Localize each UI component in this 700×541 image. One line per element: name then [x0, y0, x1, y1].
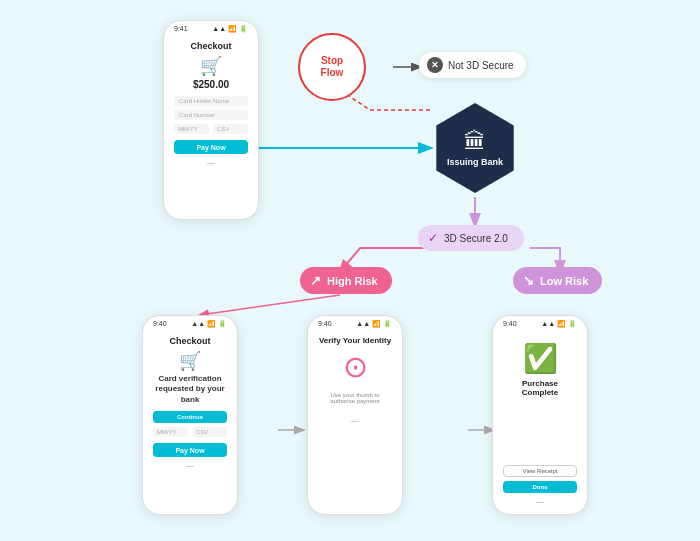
cart-icon-2: 🛒 — [153, 350, 227, 372]
bank-label: Issuing Bank — [447, 157, 503, 167]
fingerprint-icon: ⊙ — [318, 349, 392, 384]
stop-flow-badge: Stop Flow — [298, 33, 366, 101]
low-risk-label: Low Risk — [540, 275, 588, 287]
bottom-phone-1: 9:40 ▲▲ 📶 🔋 Checkout 🛒 Card verification… — [142, 315, 238, 515]
check-icon: ✓ — [428, 231, 438, 245]
phone3-status: 9:40 ▲▲ 📶 🔋 — [493, 316, 587, 330]
csv-field: CSV — [213, 124, 248, 134]
card-holder-field: Card Holder Name — [174, 96, 248, 106]
continue-button[interactable]: Continue — [153, 411, 227, 423]
bottom-phone-3: 9:40 ▲▲ 📶 🔋 ✅ Purchase Complete View Rec… — [492, 315, 588, 515]
phone1-csv: CSV — [192, 427, 227, 437]
phone-status: 9:41 ▲▲ 📶 🔋 — [164, 21, 258, 35]
done-button[interactable]: Done — [503, 481, 577, 493]
mmyy-field: MM/YY — [174, 124, 209, 134]
issuing-bank-hex: 🏛 Issuing Bank — [430, 103, 520, 193]
x-icon: ✕ — [427, 57, 443, 73]
check-circle-icon: ✅ — [503, 342, 577, 375]
hex-shape: 🏛 Issuing Bank — [430, 103, 520, 193]
pay-now-button[interactable]: Pay Now — [174, 140, 248, 154]
phone2-status: 9:40 ▲▲ 📶 🔋 — [308, 316, 402, 330]
card-number-field: Card Number — [174, 110, 248, 120]
phone1-mmyy: MM/YY — [153, 427, 188, 437]
bank-icon: 🏛 — [464, 129, 486, 155]
svg-line-3 — [200, 295, 340, 315]
top-phone-title: Checkout — [174, 41, 248, 51]
low-risk-badge: ↘ Low Risk — [513, 267, 602, 294]
bottom-phone1-title: Checkout — [153, 336, 227, 346]
not-3d-label: Not 3D Secure — [448, 60, 514, 71]
secure2-label: 3D Secure 2.0 — [444, 233, 508, 244]
phone1-status: 9:40 ▲▲ 📶 🔋 — [143, 316, 237, 330]
cart-icon: 🛒 — [174, 55, 248, 77]
not-3d-secure-badge: ✕ Not 3D Secure — [419, 52, 526, 78]
3d-secure-badge: ✓ 3D Secure 2.0 — [418, 225, 524, 251]
high-risk-arrow-icon: ↗ — [310, 273, 321, 288]
high-risk-badge: ↗ High Risk — [300, 267, 392, 294]
complete-title: Purchase Complete — [503, 379, 577, 397]
low-risk-arrow-icon: ↘ — [523, 273, 534, 288]
top-phone: 9:41 ▲▲ 📶 🔋 Checkout 🛒 $250.00 Card Hold… — [163, 20, 259, 220]
high-risk-label: High Risk — [327, 275, 378, 287]
top-phone-amount: $250.00 — [174, 79, 248, 90]
identity-title: Verify Your Identity — [318, 336, 392, 345]
phone1-pay-btn[interactable]: Pay Now — [153, 443, 227, 457]
identity-sub: Use your thumb to authorise payment — [318, 392, 392, 404]
verify-text: Card verification requested by your bank — [153, 374, 227, 405]
view-receipt-button[interactable]: View Receipt — [503, 465, 577, 477]
bottom-phone-2: 9:40 ▲▲ 📶 🔋 Verify Your Identity ⊙ Use y… — [307, 315, 403, 515]
